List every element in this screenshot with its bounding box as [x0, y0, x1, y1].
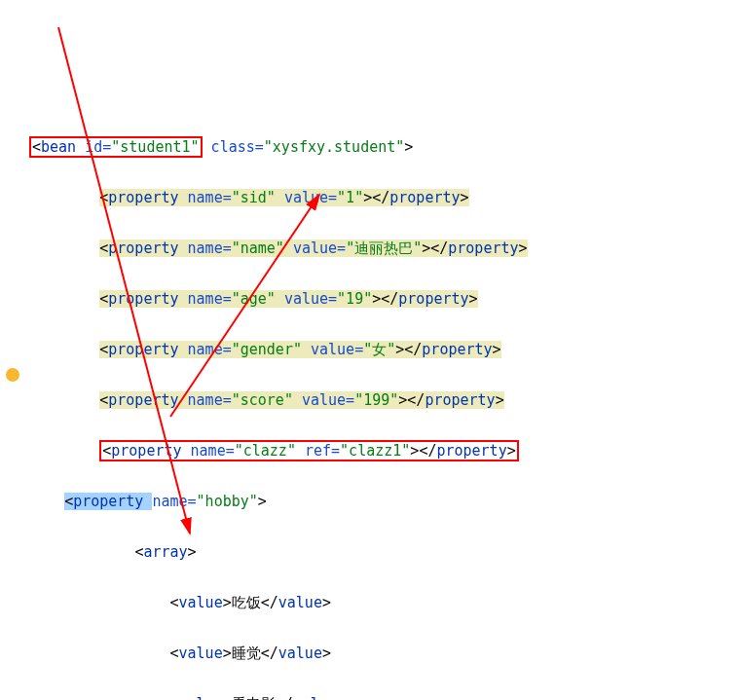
code-line: <property name="age" value="19"></proper…	[29, 286, 740, 312]
gutter-bulb-icon	[6, 368, 19, 382]
code-line: <value>看电影</value>	[29, 691, 740, 700]
code-line: <property name="gender" value="女"></prop…	[29, 337, 740, 362]
code-line: <property name="name" value="迪丽热巴"></pro…	[29, 236, 740, 261]
code-line: <array>	[29, 539, 740, 565]
code-line: <bean id="student1" class="xysfxy.studen…	[29, 134, 740, 160]
code-block: <bean id="student1" class="xysfxy.studen…	[29, 109, 740, 700]
code-line: <property name="clazz" ref="clazz1"></pr…	[29, 438, 740, 463]
code-line: <value>吃饭</value>	[29, 590, 740, 615]
code-line: <property name="sid" value="1"></propert…	[29, 185, 740, 210]
code-line: <property name="score" value="199"></pro…	[29, 387, 740, 413]
code-line: <value>睡觉</value>	[29, 641, 740, 666]
code-line: <property name="hobby">	[29, 489, 740, 514]
